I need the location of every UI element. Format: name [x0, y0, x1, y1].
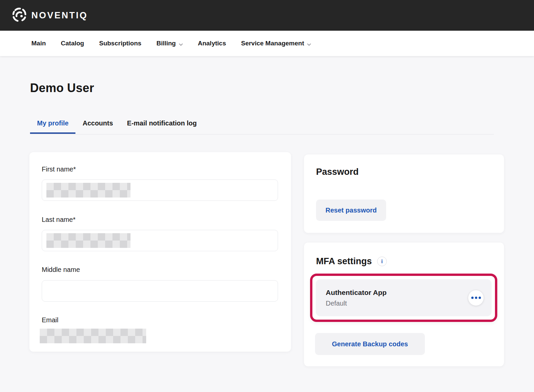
last-name-label: Last name*: [42, 216, 75, 224]
mfa-method-menu-button[interactable]: [468, 290, 484, 306]
nav-item-subscriptions[interactable]: Subscriptions: [99, 40, 142, 47]
password-card: Password Reset password: [304, 154, 504, 233]
mfa-method-texts: Authenticator App Default: [326, 289, 386, 307]
main-nav: Main Catalog Subscriptions Billing Analy…: [0, 31, 534, 56]
first-name-input[interactable]: [42, 179, 278, 201]
ellipsis-icon: [479, 297, 481, 299]
tab-accounts[interactable]: Accounts: [75, 119, 120, 134]
mfa-heading: MFA settings: [316, 256, 372, 267]
page-title: Demo User: [30, 81, 94, 95]
chevron-down-icon: [179, 40, 183, 48]
mfa-method-row: Authenticator App Default: [316, 279, 492, 316]
ellipsis-icon: [471, 297, 474, 299]
nav-item-main[interactable]: Main: [31, 40, 46, 47]
mfa-heading-row: MFA settings i: [316, 256, 387, 267]
tab-email-notification-log[interactable]: E-mail notification log: [120, 119, 204, 134]
app-header: NOVENTIQ: [0, 0, 534, 31]
email-redacted-value: [40, 329, 146, 343]
brand-name: NOVENTIQ: [31, 10, 88, 21]
info-icon[interactable]: i: [377, 257, 387, 266]
profile-form-card: First name* Last name* Middle name Email: [29, 152, 291, 352]
chevron-down-icon: [307, 40, 311, 48]
noventiq-logo-icon: [12, 7, 27, 24]
email-label: Email: [42, 316, 58, 324]
tab-my-profile[interactable]: My profile: [30, 119, 75, 134]
nav-item-billing[interactable]: Billing: [157, 39, 183, 48]
mfa-method-highlight-box: Authenticator App Default: [310, 274, 497, 322]
middle-name-label: Middle name: [42, 266, 80, 274]
generate-backup-codes-button[interactable]: Generate Backup codes: [315, 333, 425, 355]
redacted-value: [46, 183, 130, 198]
middle-name-input[interactable]: [42, 280, 278, 302]
last-name-input[interactable]: [42, 230, 278, 251]
redacted-value: [46, 233, 130, 248]
reset-password-button[interactable]: Reset password: [316, 200, 386, 221]
ellipsis-icon: [475, 297, 477, 299]
brand: NOVENTIQ: [12, 7, 88, 24]
tabs: My profile Accounts E-mail notification …: [30, 119, 204, 134]
nav-item-catalog[interactable]: Catalog: [61, 40, 84, 47]
page: NOVENTIQ Main Catalog Subscriptions Bill…: [0, 0, 534, 392]
tabs-divider: [30, 134, 494, 134]
mfa-card: MFA settings i Authenticator App Default…: [304, 243, 504, 366]
password-heading: Password: [316, 167, 359, 177]
nav-item-analytics[interactable]: Analytics: [198, 40, 226, 47]
nav-item-service-management[interactable]: Service Management: [241, 39, 311, 48]
mfa-method-name: Authenticator App: [326, 289, 386, 297]
first-name-label: First name*: [42, 165, 76, 173]
mfa-method-status: Default: [326, 300, 386, 307]
